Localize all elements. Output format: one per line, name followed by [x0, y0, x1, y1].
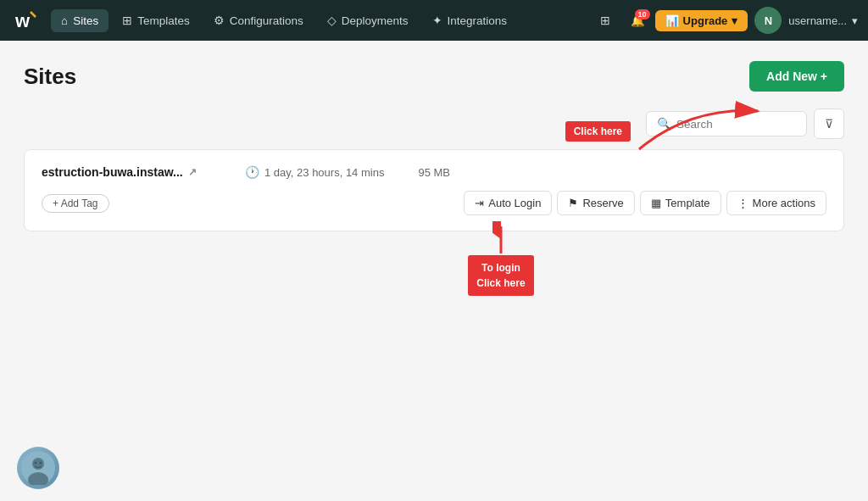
site-card-bottom: + Add Tag ⇥ Auto Login ⚑ Reserve ▦ Templ…	[42, 191, 826, 215]
apps-icon: ⊞	[600, 14, 610, 27]
upgrade-button[interactable]: 📊 Upgrade ▾	[655, 10, 748, 31]
login-annotation: To login Click here	[468, 255, 533, 296]
nav-sites-label: Sites	[73, 14, 98, 27]
add-tag-button[interactable]: + Add Tag	[42, 194, 109, 213]
search-icon: 🔍	[657, 117, 671, 131]
bottom-user-avatar[interactable]	[17, 447, 59, 489]
site-uptime: 🕐 1 day, 23 hours, 14 mins	[245, 165, 384, 179]
template-label: Template	[665, 197, 710, 209]
nav-integrations-label: Integrations	[448, 14, 508, 27]
site-name: estruction-buwa.instaw... ↗	[42, 165, 228, 179]
filter-button[interactable]: ⊽	[814, 109, 844, 139]
nav-right-actions: ⊞ 🔔 10 📊 Upgrade ▾ N username... ▾	[590, 7, 858, 34]
nav-templates-label: Templates	[137, 14, 190, 27]
svg-text:w: w	[14, 10, 31, 31]
user-avatar[interactable]: N	[754, 7, 782, 34]
svg-point-8	[35, 462, 37, 465]
avatar-svg	[21, 451, 55, 485]
reserve-button[interactable]: ⚑ Reserve	[557, 191, 634, 215]
main-content: Sites Add New + Click here 🔍 ⊽ estructio…	[0, 41, 868, 501]
bottom-avatar-image	[17, 447, 59, 489]
login-line1: To login	[476, 260, 525, 276]
svg-point-9	[40, 462, 42, 465]
search-filter-row: 🔍 ⊽	[24, 109, 844, 139]
nav-configurations-label: Configurations	[230, 14, 303, 27]
site-card: estruction-buwa.instaw... ↗ 🕐 1 day, 23 …	[24, 149, 844, 231]
site-size: 95 MB	[418, 166, 450, 179]
notifications-button[interactable]: 🔔 10	[627, 11, 648, 31]
home-icon: ⌂	[61, 14, 68, 27]
template-icon: ▦	[651, 197, 661, 209]
nav-item-integrations[interactable]: ✦ Integrations	[422, 8, 518, 32]
notification-badge: 10	[635, 9, 650, 19]
nav-item-templates[interactable]: ⊞ Templates	[112, 8, 200, 32]
filter-icon: ⊽	[825, 117, 833, 131]
nav-item-sites[interactable]: ⌂ Sites	[51, 9, 108, 32]
user-initial: N	[765, 14, 772, 27]
nav-item-configurations[interactable]: ⚙ Configurations	[203, 8, 314, 32]
nav-deployments-label: Deployments	[342, 14, 409, 27]
nav-item-deployments[interactable]: ◇ Deployments	[317, 8, 419, 32]
grid-icon-btn[interactable]: ⊞	[590, 8, 620, 32]
site-name-text: estruction-buwa.instaw...	[42, 165, 183, 179]
page-header: Sites Add New +	[24, 61, 844, 92]
reserve-label: Reserve	[582, 197, 623, 209]
page-title: Sites	[24, 64, 76, 90]
svg-line-1	[31, 12, 36, 17]
login-arrow	[492, 221, 509, 255]
external-link-icon[interactable]: ↗	[188, 166, 197, 178]
add-new-button[interactable]: Add New +	[749, 61, 844, 92]
config-icon: ⚙	[214, 14, 225, 27]
uptime-text: 1 day, 23 hours, 14 mins	[264, 166, 384, 179]
chart-icon: 📊	[665, 14, 679, 27]
auto-login-button[interactable]: ⇥ Auto Login	[464, 191, 552, 215]
template-nav-icon: ⊞	[122, 14, 132, 27]
more-actions-icon: ⋮	[737, 197, 748, 209]
clock-icon: 🕐	[245, 165, 259, 179]
top-navigation: w ⌂ Sites ⊞ Templates ⚙ Configurations ◇…	[0, 0, 868, 41]
site-card-top: estruction-buwa.instaw... ↗ 🕐 1 day, 23 …	[42, 165, 826, 179]
auto-login-label: Auto Login	[488, 197, 541, 209]
deploy-icon: ◇	[327, 14, 337, 27]
search-box: 🔍	[646, 111, 807, 136]
integrate-icon: ✦	[432, 14, 442, 27]
template-button[interactable]: ▦ Template	[640, 191, 721, 215]
reserve-icon: ⚑	[568, 197, 578, 209]
chevron-down-icon: ▾	[732, 14, 737, 27]
logo[interactable]: w	[10, 5, 41, 36]
upgrade-label: Upgrade	[683, 14, 728, 27]
search-input[interactable]	[676, 118, 796, 131]
login-line2: Click here	[476, 276, 525, 291]
user-menu[interactable]: username... ▾	[788, 14, 858, 27]
action-buttons: ⇥ Auto Login ⚑ Reserve ▦ Template ⋮ More…	[464, 191, 826, 215]
user-chevron-icon: ▾	[852, 14, 858, 27]
more-actions-button[interactable]: ⋮ More actions	[726, 191, 826, 215]
more-actions-label: More actions	[753, 197, 815, 209]
auto-login-icon: ⇥	[475, 197, 484, 209]
username-text: username...	[788, 14, 847, 27]
